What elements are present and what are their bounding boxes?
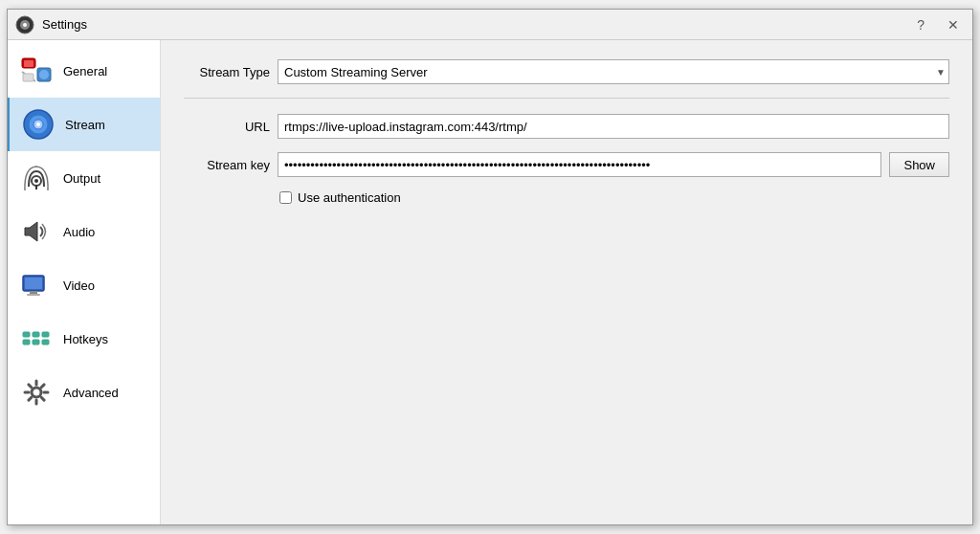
url-label: URL	[184, 120, 270, 134]
use-auth-label[interactable]: Use authentication	[298, 190, 401, 205]
svg-line-33	[41, 397, 44, 400]
svg-point-14	[34, 179, 38, 183]
settings-window: Settings ? ✕	[7, 9, 973, 525]
help-button[interactable]: ?	[911, 16, 930, 33]
svg-rect-22	[33, 332, 39, 337]
title-bar: Settings ? ✕	[8, 10, 972, 40]
svg-rect-24	[23, 340, 30, 345]
sidebar-item-label-advanced: Advanced	[63, 386, 119, 400]
svg-point-6	[39, 70, 49, 79]
svg-rect-8	[23, 74, 33, 81]
video-icon	[19, 268, 54, 302]
svg-line-34	[41, 385, 44, 388]
stream-type-select[interactable]: Custom Streaming ServerTwitchYouTubeFace…	[278, 59, 949, 84]
sidebar-item-stream[interactable]: Stream	[8, 98, 160, 151]
use-auth-checkbox[interactable]	[279, 191, 292, 204]
svg-point-2	[23, 23, 27, 27]
svg-rect-23	[42, 332, 49, 337]
sidebar-item-label-audio: Audio	[63, 225, 95, 239]
stream-key-label: Stream key	[184, 158, 270, 172]
close-button[interactable]: ✕	[942, 16, 965, 33]
sidebar-item-advanced[interactable]: Advanced	[8, 366, 160, 419]
svg-rect-15	[35, 185, 37, 189]
sidebar-item-label-hotkeys: Hotkeys	[63, 332, 108, 346]
content-area: General Stream	[8, 40, 972, 524]
svg-rect-25	[33, 340, 39, 345]
svg-rect-20	[27, 294, 40, 296]
sidebar-item-label-general: General	[63, 64, 107, 78]
sidebar: General Stream	[8, 40, 161, 524]
svg-rect-26	[42, 340, 49, 345]
app-icon	[15, 15, 34, 34]
sidebar-item-label-output: Output	[63, 171, 100, 186]
svg-rect-21	[23, 332, 30, 337]
svg-line-32	[29, 385, 32, 388]
general-icon	[19, 54, 54, 88]
svg-point-27	[32, 388, 41, 397]
url-row: URL	[184, 114, 949, 139]
window-controls: ? ✕	[911, 16, 965, 33]
stream-key-input[interactable]	[278, 152, 881, 177]
sidebar-item-label-video: Video	[63, 278, 95, 293]
sidebar-item-video[interactable]: Video	[8, 258, 160, 312]
stream-key-row: Stream key Show	[184, 152, 949, 177]
advanced-icon	[19, 375, 54, 410]
sidebar-item-output[interactable]: Output	[8, 151, 160, 205]
divider	[184, 98, 949, 99]
audio-icon	[19, 214, 54, 249]
svg-rect-19	[30, 291, 37, 294]
sidebar-item-hotkeys[interactable]: Hotkeys	[8, 312, 160, 366]
main-panel: Stream Type Custom Streaming ServerTwitc…	[161, 40, 972, 524]
window-title: Settings	[42, 17, 911, 32]
svg-rect-4	[24, 60, 33, 67]
output-icon	[19, 161, 54, 195]
svg-point-12	[36, 122, 40, 126]
use-auth-row: Use authentication	[279, 190, 949, 205]
stream-type-label: Stream Type	[184, 65, 270, 79]
sidebar-item-label-stream: Stream	[65, 118, 105, 132]
svg-rect-18	[25, 278, 42, 289]
stream-icon	[21, 107, 56, 142]
url-input[interactable]	[278, 114, 949, 139]
sidebar-item-general[interactable]: General	[8, 44, 160, 98]
svg-line-35	[29, 397, 32, 400]
stream-type-select-wrapper: Custom Streaming ServerTwitchYouTubeFace…	[278, 59, 949, 84]
stream-type-row: Stream Type Custom Streaming ServerTwitc…	[184, 59, 949, 84]
sidebar-item-audio[interactable]: Audio	[8, 205, 160, 258]
show-button[interactable]: Show	[889, 152, 949, 177]
hotkeys-icon	[19, 322, 54, 356]
svg-marker-16	[25, 222, 37, 241]
